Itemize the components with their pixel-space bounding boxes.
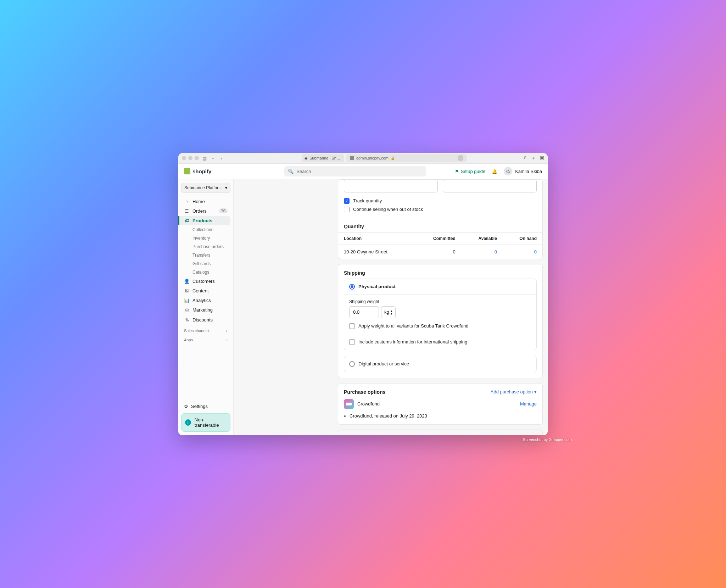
browser-tab-1[interactable]: ◆ Submarine · Shop… [302, 154, 344, 162]
barcode-input[interactable] [443, 180, 537, 192]
sidebar-item-label: Content [192, 288, 209, 293]
sidebar-item-marketing[interactable]: ◎ Marketing [181, 306, 230, 314]
user-menu[interactable]: KS Kamila Skiba [504, 167, 542, 175]
orders-badge: 76 [219, 208, 228, 213]
checkbox-label: Continue selling when out of stock [353, 207, 423, 212]
sidebar-toggle-icon[interactable]: ▤ [202, 155, 207, 161]
customs-checkbox[interactable] [349, 339, 355, 345]
sidebar-sub-inventory[interactable]: Inventory [181, 234, 230, 242]
banner-text: Non-transferable [195, 417, 227, 428]
table-row: 10-20 Gwynne Street 0 0 0 [338, 245, 542, 259]
app-header: shopify 🔍 Search ⚑ Setup guide 🔔 KS Kami… [178, 164, 548, 179]
notifications-icon[interactable]: 🔔 [492, 169, 497, 174]
site-menu-icon[interactable]: ⋯ [458, 155, 463, 161]
shopify-logo-icon [184, 168, 190, 174]
screenshot-credit: Screenshot by Xnapper.com [523, 437, 572, 442]
analytics-icon: 📊 [184, 298, 190, 303]
link-label: Add purchase option [491, 389, 533, 394]
sku-input[interactable] [344, 180, 438, 192]
discount-icon: ％ [184, 317, 190, 323]
sidebar-item-customers[interactable]: 👤 Customers [181, 277, 230, 286]
track-quantity-checkbox[interactable]: ✓ [344, 198, 350, 204]
col-onhand: On hand [503, 232, 542, 245]
tab-overview-icon[interactable]: ▣ [540, 155, 544, 161]
cell-onhand[interactable]: 0 [503, 245, 542, 259]
store-switcher[interactable]: Submarine Platform: … ▾ [181, 183, 230, 193]
purchase-options-heading: Purchase options [344, 389, 385, 395]
sidebar-item-label: Analytics [192, 298, 211, 303]
sidebar-sub-catalogs[interactable]: Catalogs [181, 268, 230, 276]
sidebar-item-label: Products [192, 218, 212, 223]
shopify-logo[interactable]: shopify [184, 168, 211, 174]
chevron-down-icon: ▾ [225, 185, 227, 190]
minimize-window[interactable] [188, 156, 192, 160]
sidebar-sub-gift-cards[interactable]: Gift cards [181, 260, 230, 268]
sidebar-sub-purchase-orders[interactable]: Purchase orders [181, 243, 230, 251]
col-location: Location [338, 232, 414, 245]
sidebar-section-apps[interactable]: Apps › [181, 335, 230, 343]
manage-link[interactable]: Manage [520, 401, 537, 407]
radio-icon [349, 284, 355, 290]
brand-text: shopify [192, 168, 211, 174]
setup-guide-link[interactable]: ⚑ Setup guide [455, 169, 485, 174]
unit-value: kg [384, 309, 389, 315]
zoom-window[interactable] [195, 156, 199, 160]
purchase-options-card: Purchase options Add purchase option ▾ C… [338, 383, 543, 425]
tab-title: Submarine · Shop… [309, 156, 341, 160]
search-icon: 🔍 [288, 169, 294, 174]
show-all-link[interactable]: Show all [519, 435, 537, 435]
sidebar-item-label: Marketing [192, 307, 213, 313]
target-icon: ◎ [184, 307, 190, 313]
back-icon[interactable]: ‹ [219, 155, 224, 161]
weight-unit-select[interactable]: kg ▴▾ [381, 306, 396, 318]
cell-committed: 0 [414, 245, 461, 259]
physical-product-radio[interactable]: Physical product [344, 279, 536, 295]
checkbox-label: Track quantity [353, 198, 382, 203]
traffic-lights [182, 156, 199, 160]
sidebar-item-label: Orders [192, 208, 207, 214]
setup-guide-label: Setup guide [461, 169, 485, 174]
orders-icon: ☰ [184, 208, 190, 214]
sidebar-item-settings[interactable]: ⚙ Settings [181, 402, 230, 411]
radio-label: Physical product [358, 284, 396, 289]
section-label: Apps [184, 338, 193, 342]
apply-weight-checkbox[interactable] [349, 323, 355, 329]
sidebar-item-orders[interactable]: ☰ Orders 76 [181, 207, 230, 215]
sidebar-sub-transfers[interactable]: Transfers [181, 251, 230, 259]
sidebar-section-sales-channels[interactable]: Sales channels › [181, 326, 230, 334]
sidebar-item-label: Home [192, 199, 205, 204]
digital-product-radio[interactable]: Digital product or service [344, 356, 536, 372]
digital-option: Digital product or service [344, 356, 537, 372]
quantity-table: Location Committed Available On hand 10-… [338, 232, 542, 259]
avatar: KS [504, 167, 512, 175]
cell-available[interactable]: 0 [461, 245, 503, 259]
search-placeholder: Search [296, 169, 311, 174]
radio-icon [349, 361, 355, 367]
add-purchase-option-button[interactable]: Add purchase option ▾ [491, 389, 537, 394]
section-label: Sales channels [184, 329, 211, 333]
chevron-right-icon: › [226, 338, 228, 342]
sidebar-item-products[interactable]: 🏷 Products [178, 216, 230, 225]
sidebar-item-analytics[interactable]: 📊 Analytics [181, 296, 230, 305]
home-icon: ⌂ [184, 199, 190, 204]
lock-icon: 🔒 [391, 156, 395, 160]
sidebar-item-discounts[interactable]: ％ Discounts [181, 315, 230, 325]
sidebar-item-home[interactable]: ⌂ Home [181, 197, 230, 206]
sidebar-item-content[interactable]: 🖻 Content [181, 286, 230, 295]
quantity-heading: Quantity [338, 218, 542, 232]
tab-dropdown-icon[interactable]: ⌄ [210, 155, 216, 161]
cell-location: 10-20 Gwynne Street [338, 245, 414, 259]
address-bar[interactable]: admin.shopify.com 🔒 ⋯ [346, 154, 467, 162]
weight-label: Shipping weight [349, 299, 531, 304]
close-window[interactable] [182, 156, 186, 160]
chevron-right-icon: › [226, 329, 228, 333]
share-icon[interactable]: ⇪ [523, 155, 527, 161]
sidebar-sub-collections[interactable]: Collections [181, 226, 230, 234]
continue-selling-checkbox[interactable] [344, 207, 350, 212]
search-input[interactable]: 🔍 Search [284, 166, 426, 177]
gear-icon: ⚙ [184, 404, 188, 409]
user-name: Kamila Skiba [515, 169, 542, 174]
weight-input[interactable] [349, 306, 379, 318]
shipping-options-group: Physical product Shipping weight kg ▴▾ [344, 279, 537, 350]
new-tab-icon[interactable]: ＋ [531, 155, 536, 161]
